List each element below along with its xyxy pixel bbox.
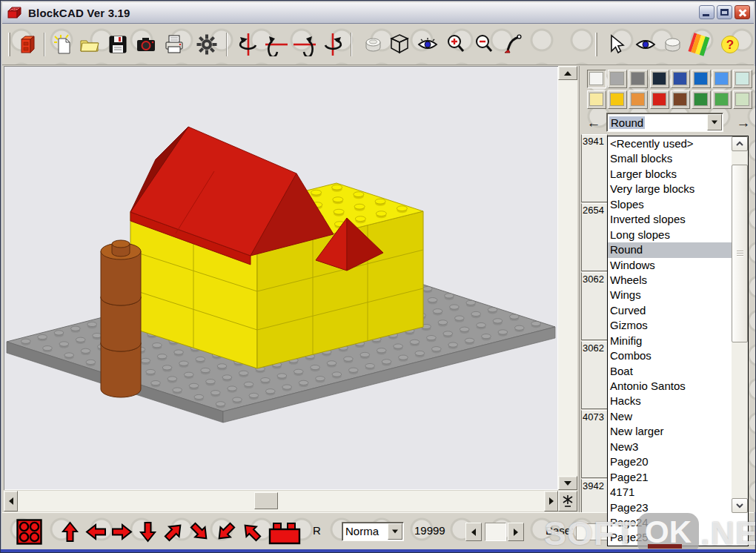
view-mode-dropdown-button[interactable] [388,523,402,540]
rotate-y-ccw-icon[interactable] [235,30,262,59]
palette-swatch[interactable] [712,90,732,109]
palette-swatch[interactable] [650,70,669,88]
center-view-button[interactable] [558,491,577,511]
dropdown-scrollbar[interactable] [732,136,748,513]
view-eye-icon[interactable] [414,30,441,59]
rotate-mode-label[interactable]: R [313,524,321,537]
category-item[interactable]: New [608,409,732,424]
palette-swatch[interactable] [733,70,752,88]
category-item[interactable]: 4171 [608,485,732,500]
category-item[interactable]: Small blocks [608,151,732,166]
category-item[interactable]: Long slopes [608,228,732,242]
brick-exit-icon[interactable] [14,30,41,59]
scroll-left-button[interactable] [4,491,18,511]
category-item[interactable]: Wheels [608,273,732,288]
category-item[interactable]: Page20 [608,454,732,469]
move-down-left-button[interactable] [214,520,237,544]
category-dropdown-button[interactable] [707,114,722,130]
scroll-up-button[interactable] [732,136,748,151]
camera-icon[interactable] [133,30,159,59]
rotate-x-ccw-icon[interactable] [263,30,290,59]
move-down-button[interactable] [136,520,159,544]
scroll-right-button[interactable] [544,491,558,511]
palette-swatch[interactable] [671,70,690,88]
category-item[interactable]: Round [608,242,732,257]
move-left-button[interactable] [84,520,107,544]
save-icon[interactable] [105,30,131,59]
category-item[interactable]: Page21 [608,470,732,485]
part-cell[interactable]: 3941 [581,134,608,202]
rainbow-colors-icon[interactable] [686,30,712,59]
category-item[interactable]: Windows [608,258,732,273]
plate-2x2-icon[interactable] [16,518,43,546]
canvas-horizontal-scrollbar[interactable] [4,491,558,511]
print-icon[interactable] [161,30,188,59]
category-item[interactable]: Hacks [608,394,732,408]
open-folder-icon[interactable] [76,30,103,59]
palette-swatch[interactable] [692,70,711,88]
category-item[interactable]: Slopes [608,197,732,212]
settings-gear-icon[interactable] [193,30,220,59]
cursor-arrow-icon[interactable] [603,30,629,59]
category-item[interactable]: Larger blocks [608,167,732,182]
move-right-button[interactable] [110,520,133,544]
part-cell[interactable]: 3062 [581,341,608,409]
palette-swatch[interactable] [587,90,606,109]
part-cell[interactable]: 4073 [581,410,608,478]
palette-swatch[interactable] [692,90,711,109]
maximize-button[interactable] [717,5,732,19]
category-item[interactable]: New3 [608,440,732,454]
category-item[interactable]: Combos [608,348,732,363]
scrollbar-thumb[interactable] [254,492,278,509]
category-item[interactable]: Antonio Santos [608,379,732,394]
rotate-x-cw-icon[interactable] [291,30,318,59]
new-file-icon[interactable] [50,30,76,59]
scrollbar-thumb[interactable] [732,165,748,342]
zoom-out-icon[interactable] [471,30,497,59]
category-combobox[interactable]: Round [606,113,723,132]
palette-swatch[interactable] [671,90,690,109]
palette-swatch[interactable] [629,70,648,88]
scroll-up-button[interactable] [558,66,577,80]
view-eye-icon[interactable] [632,30,659,59]
palette-swatch[interactable] [733,90,752,109]
toolbar-grip[interactable] [8,33,10,56]
step-back-button[interactable] [465,523,482,541]
palette-swatch[interactable] [629,90,648,109]
red-brick-icon[interactable] [268,520,303,546]
model-canvas[interactable] [4,66,558,490]
scroll-down-button[interactable] [558,476,577,490]
move-up-left-button[interactable] [240,520,263,544]
palette-swatch[interactable] [712,70,732,88]
category-item[interactable]: Very large blocks [608,182,732,196]
category-item[interactable]: Minifig [608,334,732,348]
part-cell[interactable]: 3062 [581,272,608,340]
category-item[interactable]: Wings [608,288,732,302]
category-item[interactable]: <Recently used> [608,136,732,151]
zoom-in-icon[interactable] [442,30,469,59]
crowbar-tool-icon[interactable] [500,30,527,59]
palette-swatch[interactable] [650,90,669,109]
step-forward-button[interactable] [508,523,524,541]
move-up-right-button[interactable] [162,520,185,544]
rotate-y-cw-icon[interactable] [319,30,346,59]
minimize-button[interactable] [699,5,714,19]
scroll-down-button[interactable] [732,498,748,513]
canvas-vertical-scrollbar[interactable] [558,66,577,490]
move-up-button[interactable] [59,520,82,544]
help-icon[interactable]: ? [717,30,743,59]
toolbar-grip[interactable] [595,33,597,56]
view-mode-combobox[interactable]: Norma [342,522,404,541]
category-item[interactable]: New larger [608,424,732,439]
move-down-right-button[interactable] [188,520,211,544]
category-item[interactable]: Gizmos [608,318,732,333]
category-item[interactable]: Inverted slopes [608,212,732,227]
category-item[interactable]: Curved [608,303,732,318]
close-button[interactable] [735,5,750,19]
palette-swatch[interactable] [587,70,606,88]
part-cell[interactable]: 2654 [581,203,608,271]
category-item[interactable]: Boat [608,364,732,379]
step-value-box[interactable] [485,523,506,541]
prev-category-button[interactable]: ← [584,113,603,132]
palette-swatch[interactable] [608,70,627,88]
